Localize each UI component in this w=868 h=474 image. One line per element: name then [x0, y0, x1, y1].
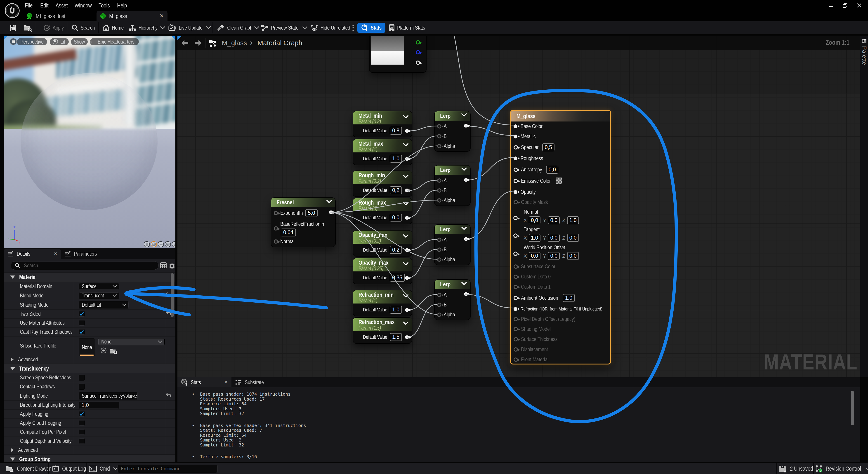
collapse-node-icon[interactable] — [461, 167, 467, 172]
menu-item-edit[interactable]: Edit — [37, 0, 53, 11]
compute-fog-per-pixel-checkbox[interactable] — [79, 429, 85, 435]
close-tab-icon[interactable]: ✕ — [54, 251, 57, 257]
pin-value-box[interactable]: 0,0 — [546, 166, 558, 174]
apply-button[interactable]: Apply — [41, 21, 66, 34]
node-header[interactable]: Lerp — [435, 280, 470, 289]
default-value-box[interactable]: 1,0 — [390, 306, 402, 314]
stats-button[interactable]: Stats — [358, 23, 385, 33]
menu-item-file[interactable]: File — [22, 0, 37, 11]
default-value-box[interactable]: 0,35 — [390, 274, 405, 281]
advanced-translucency-row[interactable]: Advanced — [4, 445, 176, 454]
subsurface-profile-dropdown[interactable]: None — [98, 338, 164, 345]
default-value-box[interactable]: 0,8 — [390, 127, 402, 135]
platform-stats-button[interactable]: Platform Stats — [386, 21, 428, 34]
pin-value-box[interactable]: 1,0 — [563, 294, 575, 302]
texture-preview-node[interactable] — [370, 36, 426, 72]
axis-value-box[interactable]: 0,0 — [529, 216, 540, 224]
default-value-box[interactable]: 0,2 — [390, 186, 402, 194]
m-glass-result-node[interactable]: M_glass Base Color Metallic Specular0,5 … — [510, 110, 611, 365]
output-pin[interactable] — [405, 129, 409, 133]
search-button[interactable]: Search — [70, 21, 97, 34]
param-node-rough_max[interactable]: Rough_max Param (0) Default Value 0,0 — [353, 198, 412, 224]
axis-value-box[interactable]: 1,0 — [567, 216, 579, 224]
input-pin-alpha[interactable] — [437, 144, 441, 148]
use-material-attributes-checkbox[interactable] — [79, 320, 85, 326]
viewport-menu-button[interactable] — [10, 38, 17, 46]
output-pin[interactable] — [405, 189, 409, 193]
collapse-node-icon[interactable] — [461, 113, 467, 118]
output-pin-b[interactable] — [416, 50, 420, 55]
tab-details[interactable]: Details ✕ — [4, 249, 61, 259]
close-tab-icon[interactable]: ✕ — [159, 13, 164, 19]
input-pin[interactable] — [514, 190, 518, 194]
collapse-node-icon[interactable] — [403, 321, 409, 326]
reset-to-default-button[interactable] — [165, 393, 172, 399]
save-button[interactable] — [7, 21, 19, 34]
input-pin-b[interactable] — [437, 247, 441, 252]
collapse-node-icon[interactable] — [461, 281, 467, 286]
settings-gear-button[interactable] — [169, 262, 175, 270]
node-header[interactable]: Lerp — [435, 166, 470, 175]
viewport-pill-perspective[interactable]: Perspective — [17, 38, 47, 45]
tab-parameters[interactable]: Parameters — [61, 249, 113, 259]
home-button[interactable]: Home — [100, 21, 126, 34]
axis-value-box[interactable]: 1,0 — [529, 234, 540, 242]
fresnel-node[interactable]: Fresnel ExponentIn5,0 BaseReflectFractio… — [271, 198, 335, 247]
nav-back-button[interactable] — [181, 40, 189, 47]
output-pin[interactable] — [405, 216, 409, 220]
input-pin[interactable] — [514, 168, 518, 172]
node-header[interactable]: Rough_max Param (0) — [353, 198, 412, 211]
two-sided-checkbox[interactable] — [79, 311, 85, 317]
input-pin-a[interactable] — [437, 178, 441, 183]
collapse-node-icon[interactable] — [403, 234, 409, 239]
nav-forward-button[interactable] — [194, 40, 202, 47]
node-header[interactable]: Refraction_min Param (1) — [353, 291, 412, 304]
param-node-rough_min[interactable]: Rough_min Param (0.2) Default Value 0,2 — [353, 171, 412, 197]
input-pin-b[interactable] — [437, 134, 441, 138]
menu-item-window[interactable]: Window — [72, 0, 98, 11]
material-domain-dropdown[interactable]: Surface — [79, 283, 119, 290]
node-header[interactable]: Lerp — [435, 111, 470, 121]
hierarchy-button[interactable]: Hierarchy — [127, 21, 167, 34]
browse-asset-button[interactable] — [110, 347, 118, 356]
shading-model-dropdown[interactable]: Default Lit — [79, 302, 129, 308]
node-header[interactable]: Lerp — [435, 225, 470, 234]
apply-fogging-checkbox[interactable] — [79, 411, 85, 417]
output-pin[interactable] — [405, 308, 409, 312]
input-pin-a[interactable] — [437, 293, 441, 297]
shape-cube-button[interactable] — [165, 241, 171, 247]
shape-sphere-button[interactable] — [151, 241, 157, 247]
node-header[interactable]: Metal_max Param (1) — [353, 139, 412, 153]
default-value-box[interactable]: 0,2 — [390, 246, 402, 254]
lighting-mode-dropdown[interactable]: Surface TranslucencyVolume — [79, 393, 138, 400]
shape-custom-mesh-button[interactable] — [172, 241, 176, 247]
directional-lighting-intensity-input[interactable]: 1,0 — [79, 402, 119, 409]
param-node-refraction_min[interactable]: Refraction_min Param (1) Default Value 1… — [353, 291, 412, 316]
collapse-node-icon[interactable] — [403, 115, 409, 120]
input-pin[interactable] — [514, 307, 518, 311]
param-node-opacity_min[interactable]: Opacity_min Param (0.2) Default Value 0,… — [353, 231, 412, 256]
input-pin[interactable] — [514, 157, 518, 160]
clean-graph-button[interactable]: Clean Graph — [215, 21, 261, 34]
menu-item-tools[interactable]: Tools — [96, 0, 115, 11]
output-pin-a[interactable] — [416, 61, 420, 65]
output-pin-rgb[interactable] — [416, 40, 420, 44]
output-pin[interactable] — [405, 335, 409, 339]
stats-scrollbar[interactable] — [851, 391, 854, 425]
collapse-node-icon[interactable] — [403, 262, 409, 267]
input-pin-a[interactable] — [437, 238, 441, 242]
hide-unrelated-button[interactable]: Hide Unrelated — [308, 21, 352, 34]
viewport-pill-show[interactable]: Show — [71, 38, 88, 45]
input-pin-alpha[interactable] — [437, 258, 441, 262]
node-header[interactable]: Refraction_max Param (1.5) — [353, 318, 412, 331]
node-header[interactable]: M_glass — [511, 111, 610, 122]
input-pin[interactable] — [513, 251, 518, 256]
input-pin[interactable] — [514, 135, 518, 138]
contact-shadows-checkbox[interactable] — [79, 384, 85, 390]
unsaved-button[interactable]: 2 Unsaved — [779, 463, 814, 474]
node-header[interactable]: Opacity_min Param (0.2) — [353, 231, 412, 244]
preview-state-button[interactable]: Preview State — [259, 21, 309, 34]
axis-value-box[interactable]: 0,0 — [548, 252, 560, 260]
default-value-box[interactable]: 0,0 — [390, 214, 402, 222]
axis-value-box[interactable]: 0,0 — [567, 252, 579, 260]
